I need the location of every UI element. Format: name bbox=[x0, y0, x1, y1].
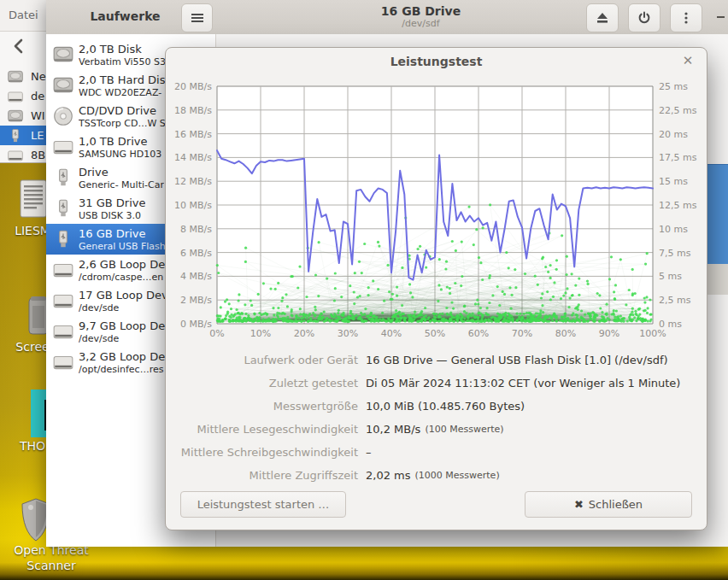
x-tick: 20% bbox=[294, 328, 314, 339]
fm-list-item[interactable]: 8B bbox=[0, 145, 51, 165]
y-right-tick: 20 ms bbox=[659, 129, 688, 140]
stat-value: 2,02 ms bbox=[366, 469, 411, 482]
stat-label: Mittlere Zugriffszeit bbox=[166, 469, 358, 482]
y-right-tick: 7,5 ms bbox=[659, 248, 691, 259]
stat-value: 10,0 MiB (10.485.760 Bytes) bbox=[366, 400, 525, 413]
fm-menubar: Datei bbox=[0, 0, 51, 32]
x-tick: 40% bbox=[381, 328, 402, 339]
hdd-icon bbox=[52, 74, 74, 97]
x-tick: 0% bbox=[209, 328, 224, 339]
menu-datei[interactable]: Datei bbox=[9, 9, 38, 21]
drive-icon bbox=[52, 290, 74, 312]
usb-icon bbox=[52, 167, 74, 189]
fm-list-item[interactable]: Ne bbox=[0, 67, 51, 86]
stat-label: Mittlere Lesegeschwindigkeit bbox=[166, 423, 358, 436]
usb-icon bbox=[52, 228, 74, 250]
chevron-left-icon bbox=[10, 38, 27, 55]
stat-label: Messwertgröße bbox=[166, 400, 358, 413]
y-left-tick: 20 MB/s bbox=[174, 81, 212, 92]
x-tick: 90% bbox=[599, 328, 619, 339]
drive-icon bbox=[52, 351, 74, 373]
scanner-label: Scanner bbox=[0, 559, 103, 572]
fm-sidebar-list: NedeWILE8B bbox=[0, 67, 51, 165]
start-benchmark-button[interactable]: Leistungstest starten … bbox=[180, 491, 346, 518]
headerbar: Laufwerke 16 GB Drive /dev/sdf bbox=[46, 0, 728, 35]
hdd-icon bbox=[7, 108, 24, 125]
hdd-icon bbox=[7, 68, 24, 85]
y-left-tick: 10 MB/s bbox=[174, 200, 212, 211]
y-right-tick: 17,5 ms bbox=[659, 152, 697, 163]
drive-icon bbox=[52, 136, 74, 158]
stat-label: Zuletzt getestet bbox=[166, 377, 358, 390]
x-tick: 100% bbox=[639, 328, 666, 339]
y-right-tick: 5 ms bbox=[659, 271, 682, 282]
file-manager-window: Datei NedeWILE8B bbox=[0, 0, 51, 163]
y-left-tick: 12 MB/s bbox=[174, 176, 212, 187]
y-right-tick: 25 ms bbox=[659, 81, 688, 92]
benchmark-stats: Laufwerk oder Gerät16 GB Drive — General… bbox=[166, 349, 707, 487]
usb-icon bbox=[7, 127, 24, 144]
y-left-tick: 2 MB/s bbox=[180, 295, 212, 306]
x-tick: 80% bbox=[555, 328, 576, 339]
drive-icon bbox=[52, 320, 74, 343]
stat-row: Laufwerk oder Gerät16 GB Drive — General… bbox=[166, 349, 707, 372]
window-title: Laufwerke bbox=[72, 9, 179, 23]
y-right-tick: 2,5 ms bbox=[659, 295, 691, 306]
y-left-tick: 6 MB/s bbox=[180, 248, 212, 259]
stat-value: – bbox=[366, 446, 372, 459]
usb-icon bbox=[52, 197, 74, 220]
kebab-menu-icon bbox=[679, 11, 693, 25]
header-actions bbox=[581, 0, 702, 34]
stat-row: Zuletzt getestetDi 05 Mär 2024 11:13:02 … bbox=[166, 372, 707, 395]
y-left-tick: 16 MB/s bbox=[174, 129, 212, 140]
stat-note: (100 Messwerte) bbox=[425, 424, 503, 435]
y-right-tick: 15 ms bbox=[659, 176, 688, 187]
hamburger-icon bbox=[191, 12, 203, 24]
hdd-icon bbox=[52, 44, 74, 66]
cd-icon bbox=[52, 105, 74, 127]
desktop: LIESM Scree THO Open Threat Scanner Date… bbox=[0, 0, 728, 580]
y-left-tick: 0 MB/s bbox=[180, 319, 212, 330]
fm-list-item[interactable]: de bbox=[0, 86, 51, 106]
fm-list-item[interactable]: WI bbox=[0, 106, 51, 126]
stat-value: 16 GB Drive — General USB Flash Disk [1.… bbox=[366, 354, 668, 366]
stat-value: Di 05 Mär 2024 11:13:02 CET (vor Weniger… bbox=[366, 377, 680, 390]
stat-value: 10,2 MB/s bbox=[366, 423, 420, 436]
power-off-button[interactable] bbox=[628, 3, 660, 32]
y-left-tick: 14 MB/s bbox=[174, 152, 212, 163]
power-icon bbox=[637, 11, 651, 25]
fm-list-item[interactable]: LE bbox=[0, 126, 51, 145]
y-left-tick: 18 MB/s bbox=[174, 105, 212, 116]
drive-icon bbox=[52, 259, 74, 281]
device-subtitle: /dev/sdf bbox=[216, 18, 625, 29]
minimize-icon[interactable] bbox=[717, 16, 725, 18]
x-tick: 50% bbox=[425, 328, 445, 339]
drive-menu-button[interactable] bbox=[670, 3, 702, 32]
stat-row: Mittlere Lesegeschwindigkeit10,2 MB/s(10… bbox=[166, 418, 707, 441]
stat-row: Mittlere Schreibgeschwindigkeit– bbox=[166, 441, 707, 464]
benchmark-chart: 20 MB/s18 MB/s16 MB/s14 MB/s12 MB/s10 MB… bbox=[166, 48, 708, 345]
eject-icon bbox=[596, 11, 609, 25]
y-left-tick: 4 MB/s bbox=[180, 271, 212, 282]
stat-label: Laufwerk oder Gerät bbox=[166, 354, 358, 366]
x-tick: 10% bbox=[250, 328, 271, 339]
drive-icon bbox=[7, 88, 24, 105]
stat-row: Messwertgröße10,0 MiB (10.485.760 Bytes) bbox=[166, 395, 707, 418]
close-dialog-button[interactable]: ✖ Schließen bbox=[525, 491, 692, 518]
y-right-tick: 10 ms bbox=[659, 224, 688, 235]
back-button[interactable] bbox=[10, 38, 27, 55]
y-right-tick: 12,5 ms bbox=[659, 200, 697, 211]
y-left-tick: 8 MB/s bbox=[180, 224, 212, 235]
y-right-tick: 22,5 ms bbox=[659, 105, 697, 116]
liesmich-file-icon[interactable] bbox=[19, 179, 48, 222]
close-x-icon: ✖ bbox=[574, 498, 584, 511]
document-icon bbox=[19, 179, 48, 219]
drive-icon bbox=[7, 147, 24, 164]
x-tick: 60% bbox=[468, 328, 489, 339]
app-menu-button[interactable] bbox=[181, 3, 213, 32]
eject-button[interactable] bbox=[586, 3, 619, 32]
x-tick: 70% bbox=[512, 328, 532, 339]
benchmark-dialog: Leistungstest ✕ 20 MB/s18 MB/s16 MB/s14 … bbox=[165, 47, 707, 530]
device-heading: 16 GB Drive /dev/sdf bbox=[216, 4, 625, 29]
device-title: 16 GB Drive bbox=[216, 4, 625, 18]
